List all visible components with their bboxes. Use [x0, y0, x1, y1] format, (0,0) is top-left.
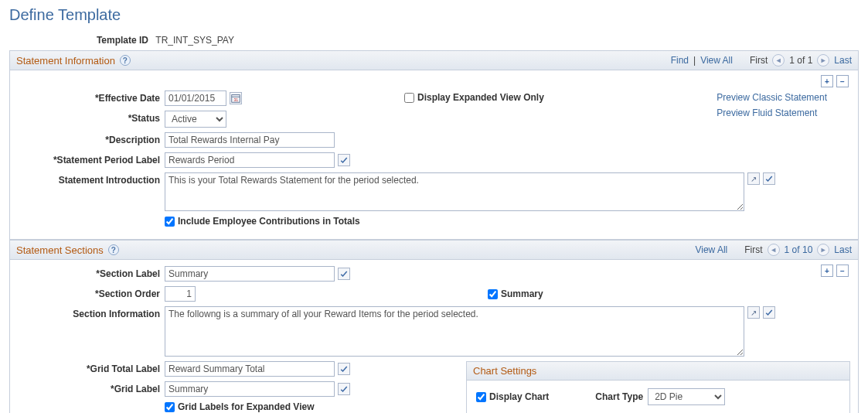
display-chart-label: Display Chart: [489, 391, 549, 402]
delete-row-icon[interactable]: −: [836, 265, 849, 277]
introduction-row: Statement Introduction ↗: [18, 172, 850, 211]
statement-info-nav: Find | View All First ◄ 1 of 1 ► Last: [671, 54, 852, 67]
preview-fluid-link[interactable]: Preview Fluid Statement: [717, 108, 827, 118]
grid-labels-expanded-checkbox[interactable]: [165, 402, 175, 412]
statement-sections-title-text: Statement Sections: [16, 244, 104, 256]
add-row-icon[interactable]: +: [821, 265, 833, 277]
position-text[interactable]: 1 of 10: [785, 244, 813, 255]
svg-text:31: 31: [233, 97, 238, 102]
spellcheck-icon[interactable]: [763, 306, 775, 319]
calendar-icon[interactable]: 31: [230, 92, 242, 104]
display-expanded-wrap: Display Expanded View Only: [404, 92, 544, 103]
nav-separator: |: [693, 55, 696, 66]
delete-row-icon[interactable]: −: [836, 75, 849, 87]
grid-labels-expanded-label: Grid Labels for Expanded View: [178, 401, 315, 412]
spacer: [18, 216, 165, 218]
popout-icon[interactable]: ↗: [747, 306, 760, 319]
display-chart-checkbox[interactable]: [476, 392, 486, 402]
chart-settings-body: Display Chart Chart Type 2D Pie: [467, 381, 849, 413]
statement-sections-body: + − *Section Label *Section Order Summar…: [9, 260, 859, 413]
template-id-value: TR_INT_SYS_PAY: [151, 35, 234, 46]
spellcheck-icon[interactable]: [338, 268, 350, 280]
statement-sections-header: Statement Sections ? View All First ◄ 1 …: [9, 240, 859, 260]
section-info-textarea[interactable]: [165, 306, 744, 357]
next-arrow-icon[interactable]: ►: [817, 244, 829, 256]
description-row: *Description: [18, 132, 850, 148]
chart-settings-box: Chart Settings Display Chart Chart Type …: [466, 361, 850, 413]
period-label-input[interactable]: [165, 152, 335, 168]
summary-chk-wrap: Summary: [488, 288, 543, 299]
next-arrow-icon[interactable]: ►: [817, 54, 829, 67]
spellcheck-icon[interactable]: [338, 363, 350, 375]
chart-settings-title: Chart Settings: [467, 362, 849, 381]
display-chart-wrap: Display Chart: [476, 391, 549, 402]
section-info-row: Section Information ↗: [18, 306, 850, 357]
preview-links: Preview Classic Statement Preview Fluid …: [717, 92, 827, 123]
grid-total-label-input[interactable]: [165, 361, 335, 377]
period-label-row: *Statement Period Label: [18, 152, 850, 168]
statement-info-title: Statement Information ?: [16, 55, 131, 67]
display-expanded-label: Display Expanded View Only: [417, 92, 544, 103]
section-label-label: *Section Label: [18, 266, 165, 279]
chart-type-row: Chart Type 2D Pie: [595, 388, 725, 405]
add-remove-row-sections: + −: [821, 265, 849, 277]
prev-arrow-icon[interactable]: ◄: [768, 244, 780, 256]
find-link[interactable]: Find: [671, 55, 689, 66]
spellcheck-icon[interactable]: [338, 383, 350, 395]
position-text: 1 of 1: [789, 55, 812, 66]
add-remove-row-statement: + −: [821, 75, 849, 87]
section-label-row: *Section Label: [18, 266, 850, 282]
chart-type-label: Chart Type: [595, 391, 643, 402]
section-order-row: *Section Order Summary: [18, 286, 850, 302]
summary-chk-label: Summary: [501, 288, 543, 299]
section-label-input[interactable]: [165, 266, 335, 282]
first-label: First: [744, 244, 762, 255]
grid-label-input[interactable]: [165, 381, 335, 397]
include-contrib-label: Include Employee Contributions in Totals: [178, 216, 360, 227]
spellcheck-icon[interactable]: [338, 154, 350, 166]
last-link[interactable]: Last: [834, 55, 852, 66]
include-contrib-checkbox[interactable]: [165, 217, 175, 227]
help-icon[interactable]: ?: [108, 244, 119, 255]
help-icon[interactable]: ?: [120, 55, 131, 66]
statement-sections-nav: View All First ◄ 1 of 10 ► Last: [695, 244, 852, 256]
view-all-link[interactable]: View All: [700, 55, 733, 66]
add-row-icon[interactable]: +: [821, 75, 833, 87]
grid-total-label-row: *Grid Total Label: [18, 361, 451, 377]
description-label: *Description: [18, 132, 165, 145]
introduction-label: Statement Introduction: [18, 172, 165, 186]
section-order-input[interactable]: [165, 286, 196, 302]
statement-sections-section: Statement Sections ? View All First ◄ 1 …: [9, 240, 859, 413]
statement-sections-title: Statement Sections ?: [16, 244, 119, 256]
include-contrib-row: Include Employee Contributions in Totals: [18, 216, 850, 227]
first-label: First: [750, 55, 768, 66]
statement-info-header: Statement Information ? Find | View All …: [9, 50, 859, 70]
last-link[interactable]: Last: [834, 244, 852, 255]
statement-info-title-text: Statement Information: [16, 55, 115, 67]
grid-label-label: *Grid Label: [18, 381, 165, 394]
section-order-label: *Section Order: [18, 286, 165, 299]
effective-date-label: *Effective Date: [18, 90, 165, 104]
spellcheck-icon[interactable]: [763, 172, 775, 185]
display-expanded-checkbox[interactable]: [404, 93, 414, 103]
summary-checkbox[interactable]: [488, 289, 498, 299]
grid-labels-expanded-row: Grid Labels for Expanded View: [18, 401, 451, 412]
section-info-label: Section Information: [18, 306, 165, 319]
introduction-textarea[interactable]: [165, 172, 744, 211]
status-select[interactable]: Active: [165, 111, 226, 128]
template-id-row: Template ID TR_INT_SYS_PAY: [0, 35, 868, 50]
statement-information-section: Statement Information ? Find | View All …: [9, 50, 859, 240]
spacer: [18, 401, 165, 404]
effective-date-input[interactable]: [165, 90, 226, 106]
prev-arrow-icon[interactable]: ◄: [772, 54, 785, 67]
period-label-label: *Statement Period Label: [18, 152, 165, 166]
grid-total-label-label: *Grid Total Label: [18, 361, 165, 374]
view-all-link[interactable]: View All: [695, 244, 727, 255]
grid-label-row: *Grid Label: [18, 381, 451, 397]
status-label: *Status: [18, 111, 165, 124]
preview-classic-link[interactable]: Preview Classic Statement: [717, 92, 827, 103]
popout-icon[interactable]: ↗: [747, 172, 760, 185]
description-input[interactable]: [165, 132, 335, 148]
template-id-label: Template ID: [9, 35, 148, 46]
chart-type-select[interactable]: 2D Pie: [648, 388, 725, 405]
